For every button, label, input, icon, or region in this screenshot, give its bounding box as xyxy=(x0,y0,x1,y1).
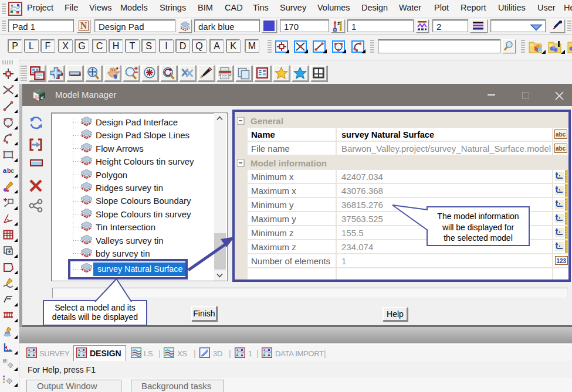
svg-text:12: 12 xyxy=(35,94,40,100)
svg-text:a: a xyxy=(3,167,7,174)
svg-text:d: d xyxy=(41,96,44,100)
svg-text:c: c xyxy=(11,167,14,174)
